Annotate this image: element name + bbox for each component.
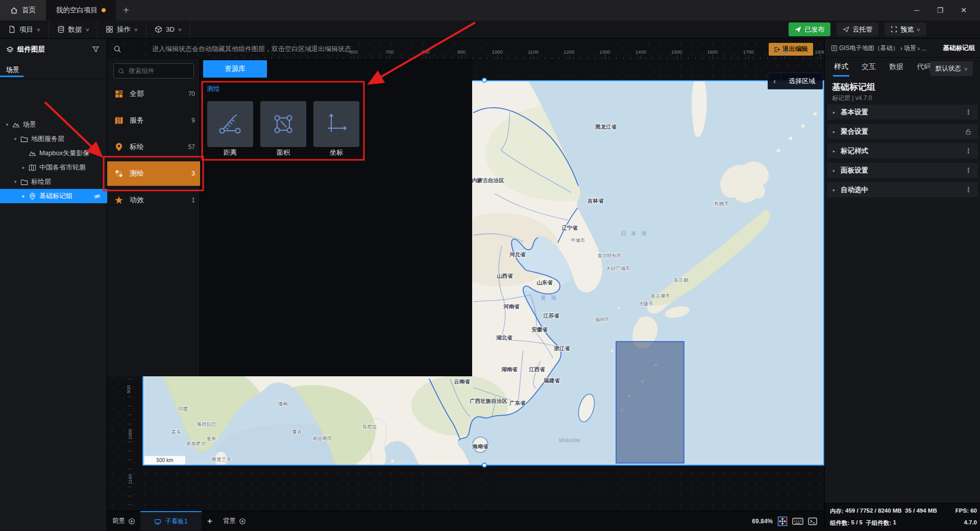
section-1[interactable]: ▸基本设置⋮ [827,105,978,119]
menu-3[interactable]: 操作∨ [97,20,146,38]
expander-icon[interactable]: ▸ [827,187,841,192]
eye-off-icon[interactable] [93,192,101,200]
foreground-button[interactable]: 前景 [107,511,140,531]
cloud-host-button[interactable]: 云托管 [837,22,878,36]
keyboard-icon[interactable] [792,517,803,525]
component-search-input[interactable] [128,67,184,75]
kebab-menu-icon[interactable]: ⋮ [965,186,972,194]
select-region-button[interactable]: ‹ 选择区域 [768,73,823,89]
terminal-icon[interactable] [808,517,817,525]
resource-panel: 资源库 测绘 距离面积坐标 [200,59,472,376]
kebab-menu-icon[interactable]: ⋮ [965,108,972,116]
close-button[interactable]: ✕ [957,6,971,14]
exit-edit-button[interactable]: 退出编辑 [769,43,813,56]
category-5[interactable]: 动效1 [107,188,200,212]
ruler-tick [789,57,789,59]
tab-scene[interactable]: 场景 [6,65,19,75]
ruler-tick [602,57,602,59]
expander-icon[interactable]: ▾ [12,136,18,141]
fit-screen-icon[interactable] [777,516,788,526]
zoom-level[interactable]: 69.84% [752,518,773,525]
map-region-annotation-rect[interactable] [616,342,684,463]
tab-underline [0,76,23,77]
circle-plus-icon[interactable] [239,518,246,525]
selection-handle-top[interactable] [482,78,487,83]
background-button[interactable]: 背景 [218,511,251,531]
expander-icon[interactable]: ▸ [20,165,27,170]
inspector-tab-1[interactable]: 样式 [834,62,848,71]
tree-item-3[interactable]: Mapbox矢量影像 [0,146,107,160]
expander-icon[interactable]: ▸ [827,149,841,154]
tree-item-label: 标绘层 [31,177,51,186]
menu-4[interactable]: 3D∨ [146,20,190,38]
ruler-tick [128,388,132,389]
section-label: 自动选中 [841,185,868,195]
category-count: 57 [188,143,195,151]
state-dropdown[interactable]: 默认状态 ∨ [930,61,973,76]
map-label: 平壤市 [571,237,585,243]
published-button[interactable]: 已发布 [789,22,830,36]
resource-tile-2[interactable] [260,101,306,147]
category-panel: 全部70服务9标绘57测绘3动效1 [107,59,200,376]
breadcrumb-root[interactable]: GIS电子地图（基础） [839,44,899,53]
new-tab-button[interactable]: + [116,0,136,20]
ruler-tick [724,57,724,59]
category-2[interactable]: 服务9 [107,108,200,133]
inspector-tab-3[interactable]: 数据 [889,62,903,71]
tab-resource-library[interactable]: 资源库 [203,60,267,78]
selection-handle-bottom[interactable] [482,463,487,468]
tab-project[interactable]: 我的空白项目 [46,0,116,20]
category-1[interactable]: 全部70 [107,82,200,106]
section-3[interactable]: ▸标记样式⋮ [827,143,978,158]
menu-1[interactable]: 项目∨ [0,20,49,38]
ruler-tick [128,496,132,496]
section-4[interactable]: ▸面板设置⋮ [827,163,978,178]
area-icon [271,111,296,137]
tree-item-2[interactable]: ▾地图服务层 [0,132,107,146]
maximize-button[interactable]: ❐ [933,6,947,14]
ruler-tick [128,415,132,415]
resource-tile-3[interactable] [313,101,359,147]
published-label: 已发布 [804,25,824,34]
expander-icon[interactable]: ▸ [827,168,841,173]
kebab-menu-icon[interactable]: ⋮ [965,147,972,155]
layers-icon [6,46,14,54]
breadcrumb-ellipsis[interactable]: ... [921,45,926,52]
section-5[interactable]: ▸自动选中⋮ [827,182,978,197]
ruler-tick [587,57,588,59]
inspector-tab-4[interactable]: 代码 [917,62,931,71]
kebab-menu-icon[interactable]: ⋮ [965,166,972,174]
tree-item-4[interactable]: ▸中国各省市轮廓 [0,160,107,175]
inspector-tab-2[interactable]: 交互 [862,62,876,71]
expander-icon[interactable]: ▸ [827,110,841,115]
expander-icon[interactable]: ▾ [12,179,18,184]
filter-icon[interactable] [92,45,100,53]
map-label: 福建省 [543,377,560,383]
add-board-button[interactable]: + [202,511,218,531]
tree-item-6[interactable]: ▸基础标记组 [0,189,107,203]
search-icon[interactable] [113,45,121,53]
inspector-tabs: 样式交互数据代码 [834,62,931,71]
window-controls: ─ ❐ ✕ [910,0,971,20]
tab-home[interactable]: 首页 [0,0,46,20]
section-2[interactable]: ▸聚合设置 [827,124,978,139]
expander-icon[interactable]: ▸ [20,194,27,199]
expander-icon[interactable]: ▾ [4,122,10,127]
map-label: 吉林省 [587,198,604,204]
ruler-tick [559,57,559,59]
circle-plus-icon[interactable] [128,518,135,525]
component-search-box[interactable] [113,63,194,79]
ruler-tick [702,57,703,59]
tab-subboard[interactable]: 子看板1 [140,511,202,531]
tree-item-5[interactable]: ▾标绘层 [0,175,107,189]
menu-2[interactable]: 数据∨ [49,20,98,38]
ruler-tick [803,57,803,59]
category-3[interactable]: 标绘57 [107,135,200,159]
minimize-button[interactable]: ─ [910,6,924,14]
resource-tile-1[interactable] [207,101,253,147]
expander-icon[interactable]: ▸ [827,129,841,134]
preview-button[interactable]: 预览 ∨ [885,22,926,36]
breadcrumb-scene[interactable]: 场景 [904,44,916,53]
category-4[interactable]: 测绘3 [107,161,200,186]
tree-item-1[interactable]: ▾场景 [0,117,107,132]
